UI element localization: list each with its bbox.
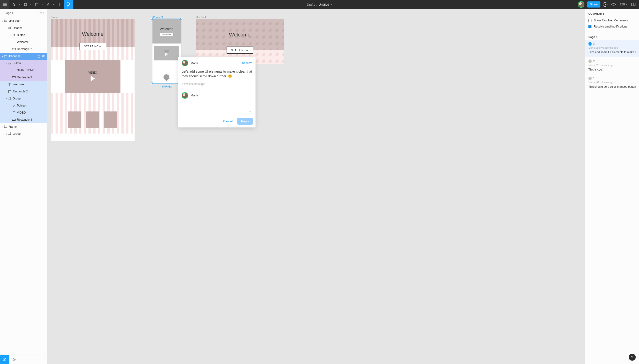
- svg-rect-0: [36, 3, 38, 6]
- document-title[interactable]: Drafts / Untitled ▾: [307, 3, 332, 6]
- layer-label: Header: [13, 26, 22, 30]
- shape-tool[interactable]: ▾: [32, 0, 43, 9]
- selection-handle[interactable]: [151, 18, 153, 20]
- play-icon: [165, 53, 168, 56]
- show-resolved-toggle[interactable]: Show Resolved Comments: [585, 18, 639, 24]
- emoji-button[interactable]: ☺: [248, 109, 252, 116]
- layer-label: Polygon: [17, 104, 27, 107]
- user-avatar[interactable]: [578, 1, 584, 8]
- thumbnail: [68, 112, 81, 128]
- comment-popup: Maria Resolve Let's add some UI elements…: [178, 57, 256, 128]
- layer-row[interactable]: Rectangle 2: [0, 46, 47, 53]
- frame-icon: [4, 54, 7, 58]
- thread-meta: Maria, 26 minutes ago: [588, 64, 636, 66]
- layer-row[interactable]: Polygon: [0, 102, 47, 109]
- svg-rect-5: [13, 77, 16, 78]
- selection-handle[interactable]: [181, 18, 182, 20]
- top-toolbar: ▾ ▾ ▾ ▾ Drafts / Untitled ▾ Share: [0, 0, 639, 9]
- show-resolved-checkbox[interactable]: [588, 19, 591, 22]
- expand-toggle[interactable]: ▾: [2, 20, 4, 22]
- move-tool[interactable]: ▾: [10, 0, 21, 9]
- email-notif-toggle[interactable]: Receive email notifications: [585, 24, 639, 30]
- text-tool[interactable]: [55, 0, 64, 9]
- svg-point-2: [613, 4, 614, 5]
- comment-body: Let's add some UI elements to make it cl…: [178, 68, 256, 81]
- cancel-button[interactable]: Cancel: [221, 118, 235, 125]
- comment-timestamp: a few seconds ago: [182, 82, 205, 86]
- artboard-frame-1[interactable]: Welcome START NOW VIDEO: [51, 19, 135, 140]
- view-mode-button[interactable]: [610, 1, 617, 8]
- prototype-play-button[interactable]: [601, 1, 609, 8]
- comments-panel: COMMENTS Show Resolved Comments Receive …: [585, 9, 639, 364]
- layer-label: Welcome: [17, 40, 29, 44]
- pen-tool[interactable]: ▾: [43, 0, 55, 9]
- artboard-iphone[interactable]: Welcome START NOW VIDEO 375×812: [153, 19, 181, 83]
- layer-row[interactable]: Rectangle 2: [0, 88, 47, 95]
- reply-input[interactable]: [182, 101, 252, 109]
- layer-row[interactable]: ▸Frame: [0, 123, 47, 130]
- email-notif-checkbox[interactable]: [588, 25, 591, 28]
- layer-row[interactable]: Welcome: [0, 38, 47, 46]
- expand-toggle[interactable]: ▸: [10, 34, 12, 36]
- expand-toggle[interactable]: ▾: [2, 55, 4, 57]
- help-button[interactable]: ?: [629, 354, 636, 361]
- thread-number: 1: [593, 77, 595, 80]
- library-button[interactable]: [629, 1, 637, 8]
- layer-row[interactable]: ▸Group: [0, 130, 47, 137]
- comment-bubble-icon: [588, 59, 592, 64]
- assets-tab[interactable]: [10, 355, 19, 364]
- layer-row[interactable]: VIDEO: [0, 109, 47, 116]
- comment-thread[interactable]: 1Maria, 39 minutes agoThis should be a c…: [585, 74, 639, 92]
- frame-label-macbook[interactable]: MacBook: [196, 16, 207, 18]
- layer-row[interactable]: ▾Group: [0, 95, 47, 102]
- frame-label-iphone[interactable]: iPhone X: [153, 16, 163, 18]
- welcome-text: Welcome: [82, 31, 103, 37]
- layers-tab[interactable]: [0, 355, 10, 364]
- layer-label: Group: [13, 97, 21, 100]
- play-icon: [91, 76, 95, 81]
- reply-button[interactable]: Reply: [237, 118, 253, 125]
- layer-row[interactable]: Rectangle 3: [0, 74, 47, 81]
- layer-row[interactable]: ▾iPhone X: [0, 53, 47, 60]
- share-button[interactable]: Share: [587, 2, 600, 8]
- diamond-icon: [8, 62, 11, 65]
- expand-toggle[interactable]: ▾: [6, 27, 8, 29]
- comment-threads-list: 3Maria, a few seconds agoLet's add some …: [585, 40, 639, 92]
- zoom-control[interactable]: 32% ▾: [618, 3, 629, 6]
- selection-handle[interactable]: [151, 82, 153, 84]
- frame-label[interactable]: Frame: [51, 16, 58, 18]
- menu-button[interactable]: [0, 0, 10, 9]
- layers-list: ▾MacBook▾Header▸ButtonWelcomeRectangle 2…: [0, 18, 47, 354]
- layer-row[interactable]: Rectangle 3: [0, 116, 47, 123]
- comment-menu-button[interactable]: ⋮: [249, 82, 252, 86]
- comment-bubble-icon: [588, 42, 592, 46]
- comment-bubble-icon: [588, 76, 592, 81]
- unlock-icon[interactable]: [38, 55, 40, 58]
- layer-label: Rectangle 3: [17, 76, 32, 79]
- layer-row[interactable]: ▾Button: [0, 60, 47, 67]
- comment-thread[interactable]: 2Maria, 26 minutes agoThis is cool.: [585, 57, 639, 74]
- layer-label: Group: [13, 132, 21, 136]
- expand-toggle[interactable]: ▸: [2, 126, 4, 128]
- layer-row[interactable]: Welcome: [0, 81, 47, 88]
- expand-toggle[interactable]: ▾: [6, 62, 8, 64]
- comment-thread[interactable]: 3Maria, a few seconds agoLet's add some …: [585, 40, 639, 57]
- page-selector[interactable]: ▾ Page 1 1 of 1: [0, 9, 47, 18]
- start-now-button: START NOW: [227, 46, 253, 54]
- layer-label: MacBook: [9, 19, 20, 22]
- frame-tool[interactable]: ▾: [21, 0, 32, 9]
- comment-tool[interactable]: [64, 0, 74, 9]
- layer-row[interactable]: ▾MacBook: [0, 18, 47, 24]
- expand-toggle[interactable]: ▸: [6, 133, 8, 135]
- layer-label: Welcome: [13, 83, 25, 86]
- eye-icon[interactable]: [42, 55, 45, 58]
- thread-number: 2: [593, 60, 595, 63]
- comments-panel-title: COMMENTS: [585, 9, 639, 18]
- layer-row[interactable]: ▸Button: [0, 32, 47, 38]
- layer-row[interactable]: ▾Header: [0, 24, 47, 32]
- expand-toggle[interactable]: ▾: [6, 98, 8, 100]
- layer-row[interactable]: START NOW: [0, 67, 47, 74]
- canvas[interactable]: Frame Welcome START NOW VIDEO iPhone X W…: [47, 9, 585, 364]
- resolve-button[interactable]: Resolve: [242, 61, 252, 65]
- svg-rect-7: [13, 119, 16, 121]
